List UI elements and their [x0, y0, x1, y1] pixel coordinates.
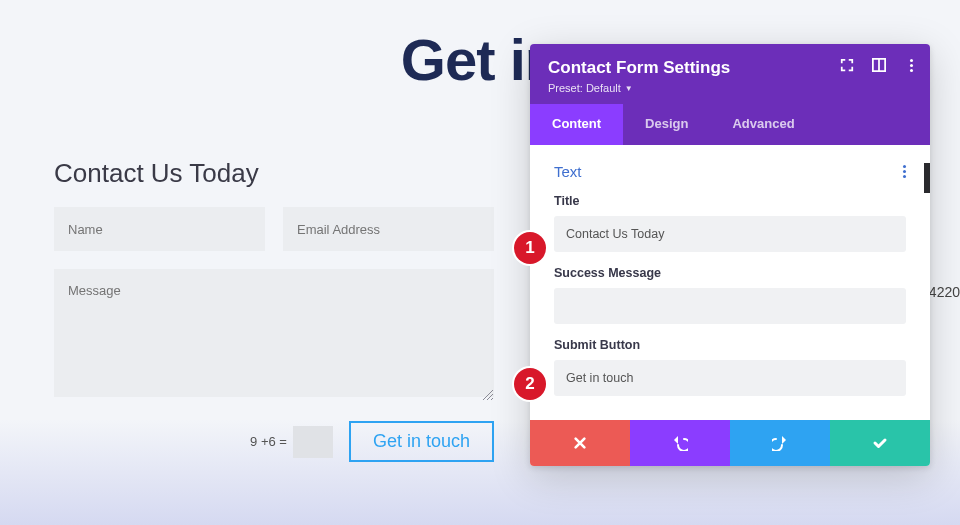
undo-button[interactable] — [630, 420, 730, 466]
tab-design[interactable]: Design — [623, 104, 710, 145]
undo-icon — [672, 435, 688, 451]
resize-handle-icon[interactable] — [483, 390, 493, 400]
title-label: Title — [554, 194, 906, 208]
section-title-text[interactable]: Text — [554, 163, 582, 180]
section-menu-icon[interactable] — [903, 165, 906, 178]
redo-icon — [772, 435, 788, 451]
check-icon — [872, 435, 888, 451]
expand-icon[interactable] — [838, 56, 856, 74]
wireframe-icon[interactable] — [870, 56, 888, 74]
name-field[interactable] — [54, 207, 265, 251]
caret-down-icon: ▼ — [625, 84, 633, 93]
preset-label: Preset: Default — [548, 82, 621, 94]
form-heading: Contact Us Today — [54, 158, 494, 189]
submit-button[interactable]: Get in touch — [349, 421, 494, 462]
redo-button[interactable] — [730, 420, 830, 466]
email-field[interactable] — [283, 207, 494, 251]
panel-tabs: Content Design Advanced — [530, 104, 930, 145]
settings-panel: Contact Form Settings Preset: Default ▼ … — [530, 44, 930, 466]
annotation-badge-2: 2 — [514, 368, 546, 400]
panel-header: Contact Form Settings Preset: Default ▼ — [530, 44, 930, 104]
close-icon — [573, 436, 587, 450]
contact-form-preview: Contact Us Today 9 +6 = Get in touch — [54, 158, 494, 462]
title-input[interactable] — [554, 216, 906, 252]
submit-label: Submit Button — [554, 338, 906, 352]
tab-advanced[interactable]: Advanced — [710, 104, 816, 145]
captcha-input[interactable] — [293, 426, 333, 458]
save-button[interactable] — [830, 420, 930, 466]
stray-number: 4220 — [929, 284, 960, 300]
panel-footer — [530, 420, 930, 466]
message-field[interactable] — [54, 269, 494, 397]
cancel-button[interactable] — [530, 420, 630, 466]
more-icon[interactable] — [902, 56, 920, 74]
panel-body: Text Title Success Message Submit Button — [530, 145, 930, 420]
submit-text-input[interactable] — [554, 360, 906, 396]
preset-selector[interactable]: Preset: Default ▼ — [548, 82, 912, 94]
success-input[interactable] — [554, 288, 906, 324]
annotation-badge-1: 1 — [514, 232, 546, 264]
success-label: Success Message — [554, 266, 906, 280]
captcha-question: 9 +6 = — [250, 434, 287, 449]
tab-content[interactable]: Content — [530, 104, 623, 145]
scrollbar-handle[interactable] — [924, 163, 930, 193]
